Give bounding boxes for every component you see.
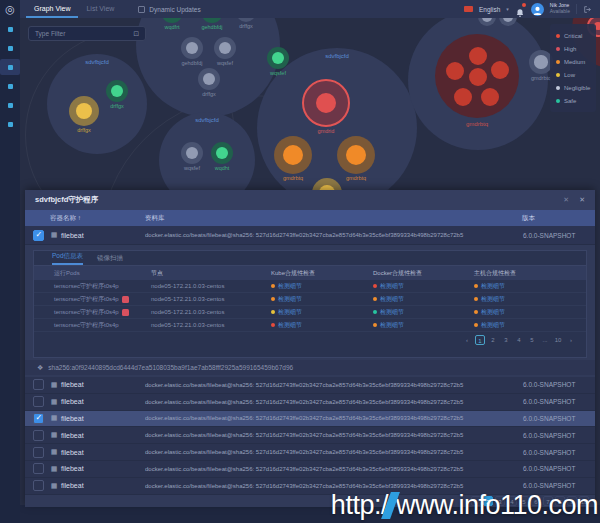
row-checkbox[interactable]: [33, 230, 44, 241]
graph-node[interactable]: [454, 88, 472, 106]
graph-node[interactable]: [69, 96, 99, 126]
sidebar-item[interactable]: [0, 116, 20, 132]
nav-tab[interactable]: Graph View: [26, 0, 78, 18]
row-checkbox[interactable]: [33, 447, 44, 458]
legend-item: High: [556, 42, 590, 55]
container-row[interactable]: ▦ filebeat docker.elastic.co/beats/fileb…: [25, 444, 595, 461]
graph-node[interactable]: [214, 37, 236, 59]
row-checkbox[interactable]: [33, 396, 44, 407]
container-row[interactable]: ▦ filebeat docker.elastic.co/beats/fileb…: [25, 427, 595, 444]
graph-node[interactable]: [106, 80, 128, 102]
check-details-link[interactable]: 检测细节: [481, 308, 505, 317]
card-tab[interactable]: 镜像扫描: [97, 254, 123, 265]
column-docker-compliance: Docker合规性检查: [373, 269, 474, 278]
container-row-selected[interactable]: ▦ filebeat docker.elastic.co/beats/fileb…: [25, 226, 595, 245]
row-checkbox[interactable]: [33, 379, 44, 390]
graph-node[interactable]: [469, 68, 487, 86]
container-name: filebeat: [61, 232, 145, 239]
node-label: wqsfef: [184, 165, 200, 171]
sidebar-item[interactable]: [0, 21, 20, 37]
graph-node[interactable]: [274, 136, 312, 174]
node-core-icon: [283, 145, 304, 166]
pod-row[interactable]: tensorsec守护程序t0s4p node05-172.21.0.03-ce…: [34, 306, 586, 319]
watermark-domain: www.info110.com: [396, 490, 598, 521]
close-icon[interactable]: ✕: [579, 196, 585, 204]
pagination-page[interactable]: 3: [501, 335, 511, 345]
pagination-page[interactable]: 1: [475, 335, 485, 345]
check-details-link[interactable]: 检测细节: [481, 321, 505, 330]
pagination-page[interactable]: ...: [540, 335, 550, 345]
pagination-page[interactable]: 5: [527, 335, 537, 345]
app-logo-icon[interactable]: ◎: [0, 0, 20, 18]
pagination-page[interactable]: 10: [553, 335, 563, 345]
legend-item: Critical: [556, 29, 590, 42]
container-version: 6.0.0-SNAPSHOT: [523, 449, 595, 456]
graph-node[interactable]: [481, 88, 499, 106]
dynamic-updates-label: Dynamic Updates: [149, 6, 200, 13]
minimize-icon[interactable]: ✕: [563, 196, 569, 204]
sidebar-item[interactable]: [0, 97, 20, 113]
sidebar-item[interactable]: [0, 59, 20, 75]
check-details-link[interactable]: 检测细节: [380, 282, 404, 291]
graph-node[interactable]: [181, 142, 203, 164]
graph-node[interactable]: [469, 47, 487, 65]
check-details-link[interactable]: 检测细节: [481, 295, 505, 304]
check-details-link[interactable]: 检测细节: [278, 321, 302, 330]
container-row[interactable]: ▦ filebeat docker.elastic.co/beats/fileb…: [25, 377, 595, 394]
graph-node[interactable]: [302, 79, 350, 127]
container-row[interactable]: ▦ filebeat docker.elastic.co/beats/fileb…: [25, 394, 595, 411]
avatar[interactable]: [531, 3, 544, 16]
sidebar-item[interactable]: [0, 78, 20, 94]
pod-node: node05-172.21.0.03-centos: [151, 283, 271, 289]
check-details-link[interactable]: 检测细节: [380, 295, 404, 304]
row-checkbox[interactable]: [33, 413, 44, 424]
logout-icon[interactable]: [583, 0, 592, 18]
graph-node[interactable]: [181, 37, 203, 59]
pagination-prev[interactable]: ‹: [462, 335, 472, 345]
watermark: http:/ www.info110.com: [331, 490, 598, 521]
graph-node[interactable]: [337, 136, 375, 174]
pod-row[interactable]: tensorsec守护程序t0s4p node05-172.21.0.03-ce…: [34, 280, 586, 293]
check-details-link[interactable]: 检测细节: [380, 321, 404, 330]
sha-row[interactable]: ❖ sha256:a0f92440895dcd6444d7ea5108035ba…: [25, 360, 595, 375]
container-version: 6.0.0-SNAPSHOT: [523, 398, 595, 405]
container-row[interactable]: ▦ filebeat docker.elastic.co/beats/fileb…: [25, 461, 595, 478]
card-tab[interactable]: Pod信息表: [52, 252, 83, 265]
check-details-link[interactable]: 检测细节: [481, 282, 505, 291]
language-selector[interactable]: English: [479, 6, 500, 13]
container-icon: ▦: [47, 465, 61, 473]
sort-arrow-icon[interactable]: ↑: [78, 214, 81, 221]
pod-row[interactable]: tensorsec守护程序t0s4p node05-172.21.0.03-ce…: [34, 319, 586, 332]
graph-node[interactable]: [491, 61, 509, 79]
type-filter-input[interactable]: Type Filter ⊡: [28, 26, 146, 41]
sidebar-item[interactable]: [0, 40, 20, 56]
container-repo: docker.elastic.co/beats/filebeat@sha256:…: [145, 415, 523, 421]
dynamic-updates-checkbox[interactable]: [138, 6, 145, 13]
sidebar-item-icon: [8, 65, 13, 70]
check-details-link[interactable]: 检测细节: [278, 282, 302, 291]
nav-tab[interactable]: List View: [78, 0, 122, 18]
graph-node[interactable]: [267, 47, 289, 69]
graph-node[interactable]: [211, 142, 233, 164]
check-details-link[interactable]: 检测细节: [380, 308, 404, 317]
node-core-icon: [76, 103, 93, 120]
pod-row[interactable]: tensorsec守护程序t0s4p node05-172.21.0.03-ce…: [34, 293, 586, 306]
node-label: wqsfef: [270, 70, 286, 76]
filter-icon[interactable]: ⊡: [133, 30, 139, 38]
row-checkbox[interactable]: [33, 430, 44, 441]
pod-name: tensorsec守护程序t0s4p: [54, 282, 119, 291]
container-row[interactable]: ▦ filebeat docker.elastic.co/beats/fileb…: [25, 411, 595, 428]
user-info[interactable]: Nik Jone Available: [550, 3, 570, 15]
container-icon: ▦: [47, 482, 61, 490]
pagination-next[interactable]: ›: [566, 335, 576, 345]
pagination-page[interactable]: 4: [514, 335, 524, 345]
graph-node[interactable]: [198, 68, 220, 90]
notifications-bell-icon[interactable]: [515, 4, 525, 14]
row-checkbox[interactable]: [33, 463, 44, 474]
check-details-link[interactable]: 检测细节: [278, 308, 302, 317]
check-details-link[interactable]: 检测细节: [278, 295, 302, 304]
graph-node[interactable]: [446, 62, 464, 80]
severity-legend: Critical High Medium Low Negligible Safe: [550, 24, 596, 112]
pagination-page[interactable]: 2: [488, 335, 498, 345]
row-checkbox[interactable]: [33, 480, 44, 491]
